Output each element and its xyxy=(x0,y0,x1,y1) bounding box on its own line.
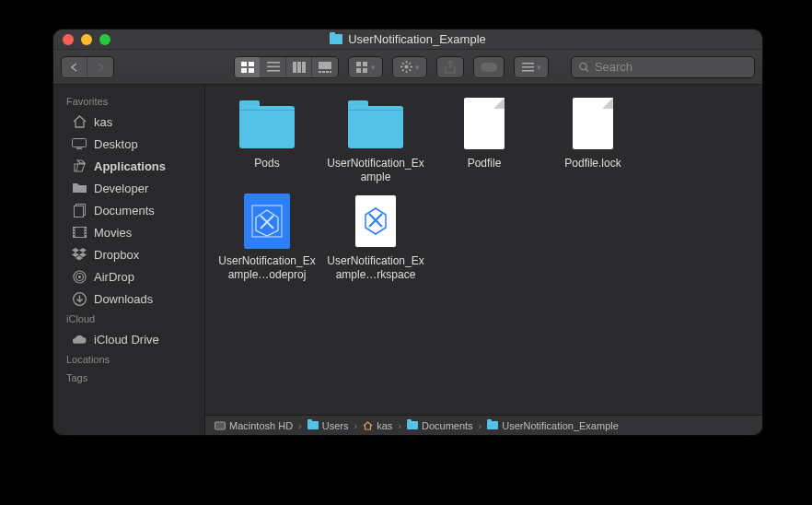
file-label: Podfile xyxy=(430,157,539,170)
sidebar-item-label: Movies xyxy=(94,226,132,240)
view-mode-buttons xyxy=(234,56,339,78)
action-button[interactable]: ▾ xyxy=(393,57,426,77)
svg-rect-35 xyxy=(76,148,82,150)
mini-folder xyxy=(487,421,498,429)
path-segment-label: Macintosh HD xyxy=(229,420,293,431)
icon-grid[interactable]: PodsUserNotification_ExamplePodfilePodfi… xyxy=(205,85,762,415)
downloads-icon xyxy=(72,291,87,306)
svg-line-25 xyxy=(409,69,411,71)
file-label: UserNotification_Example xyxy=(321,157,430,184)
nav-buttons xyxy=(61,56,114,78)
svg-rect-28 xyxy=(481,63,497,72)
minimize-button[interactable] xyxy=(81,34,92,45)
share-button[interactable] xyxy=(437,57,463,77)
file-item[interactable]: UserNotification_Example…rkspace xyxy=(321,192,430,282)
path-segment[interactable]: Users xyxy=(307,420,349,431)
svg-rect-18 xyxy=(363,68,367,73)
file-item[interactable]: Podfile xyxy=(430,94,539,184)
svg-rect-30 xyxy=(522,66,534,68)
svg-rect-14 xyxy=(330,71,331,73)
svg-rect-44 xyxy=(85,229,87,229)
svg-rect-5 xyxy=(267,66,280,68)
file-label: UserNotification_Example…rkspace xyxy=(321,254,430,282)
cloud-icon xyxy=(72,332,87,346)
svg-rect-7 xyxy=(293,62,296,73)
sidebar-item-airdrop[interactable]: AirDrop xyxy=(53,265,204,288)
sidebar-section-header: Locations xyxy=(53,350,204,369)
folder-icon xyxy=(346,94,405,153)
sidebar-item-downloads[interactable]: Downloads xyxy=(53,288,204,310)
svg-rect-16 xyxy=(363,62,367,66)
sidebar-item-label: Dropbox xyxy=(94,248,139,262)
sidebar-item-dropbox[interactable]: Dropbox xyxy=(53,243,204,265)
svg-rect-6 xyxy=(267,70,280,72)
window-title: UserNotification_Example xyxy=(330,32,486,46)
maximize-button[interactable] xyxy=(99,34,110,45)
sidebar-item-documents[interactable]: Documents xyxy=(53,199,204,221)
svg-rect-43 xyxy=(73,234,75,235)
doc-icon xyxy=(455,94,514,153)
xcworkspace-icon xyxy=(346,192,405,251)
toolbar: ▾ ▾ ▾ xyxy=(53,50,762,85)
apps-icon xyxy=(72,159,87,173)
arrange-button[interactable]: ▾ xyxy=(349,57,382,77)
svg-line-33 xyxy=(586,68,588,71)
sidebar-item-label: Desktop xyxy=(94,137,138,151)
sidebar-item-icloud-drive[interactable]: iCloud Drive xyxy=(53,328,204,350)
svg-point-32 xyxy=(580,63,586,69)
sidebar-item-label: Documents xyxy=(94,204,155,217)
search-field[interactable] xyxy=(571,56,755,78)
path-segment[interactable]: Macintosh HD xyxy=(215,420,293,431)
column-view-button[interactable] xyxy=(286,57,312,77)
svg-rect-45 xyxy=(85,231,87,232)
sidebar-item-kas[interactable]: kas xyxy=(53,111,204,133)
svg-rect-37 xyxy=(74,206,83,217)
forward-button[interactable] xyxy=(87,57,113,77)
path-segment[interactable]: UserNotification_Example xyxy=(487,420,619,431)
sidebar-item-movies[interactable]: Movies xyxy=(53,221,204,243)
path-segment-label: Users xyxy=(322,420,349,431)
file-item[interactable]: Podfile.lock xyxy=(539,94,647,184)
tags-button[interactable] xyxy=(474,57,504,77)
folder-icon xyxy=(330,34,342,44)
file-item[interactable]: UserNotification_Example…odeproj xyxy=(213,192,321,282)
back-button[interactable] xyxy=(62,57,87,77)
traffic-lights xyxy=(63,34,110,45)
mini-folder xyxy=(307,421,319,429)
home-mini-icon xyxy=(363,421,373,430)
sidebar-item-desktop[interactable]: Desktop xyxy=(53,133,204,155)
icon-view-button[interactable] xyxy=(235,57,261,77)
list-view-button[interactable] xyxy=(261,57,286,77)
dropdown-button[interactable]: ▾ xyxy=(515,57,548,77)
sidebar-section-header: iCloud xyxy=(53,310,204,328)
close-button[interactable] xyxy=(63,34,74,45)
sidebar-item-applications[interactable]: Applications xyxy=(53,155,204,177)
path-segment[interactable]: Documents xyxy=(407,420,473,431)
svg-rect-38 xyxy=(73,228,86,238)
file-item[interactable]: Pods xyxy=(213,94,321,184)
svg-rect-15 xyxy=(356,62,361,66)
tags-button-group xyxy=(473,56,505,78)
file-label: Podfile.lock xyxy=(539,157,647,170)
svg-rect-8 xyxy=(297,62,301,73)
folder-icon xyxy=(72,181,87,195)
sidebar-item-label: kas xyxy=(94,115,112,129)
svg-rect-52 xyxy=(215,422,226,429)
path-segment-label: Documents xyxy=(422,420,473,431)
chevron-right-icon: › xyxy=(479,420,482,431)
gallery-view-button[interactable] xyxy=(312,57,338,77)
svg-point-49 xyxy=(78,276,81,278)
path-segment[interactable]: kas xyxy=(363,420,392,431)
finder-window: UserNotification_Example xyxy=(53,29,762,435)
sidebar-item-developer[interactable]: Developer xyxy=(53,177,204,199)
svg-line-26 xyxy=(409,63,411,65)
svg-rect-13 xyxy=(326,71,329,73)
search-icon xyxy=(579,62,589,73)
file-item[interactable]: UserNotification_Example xyxy=(321,94,430,184)
movies-icon xyxy=(72,225,87,240)
search-input[interactable] xyxy=(595,60,747,74)
doc-icon xyxy=(563,94,622,153)
dropbox-icon xyxy=(72,247,87,262)
sidebar-item-label: Downloads xyxy=(94,292,153,306)
titlebar: UserNotification_Example xyxy=(53,29,762,50)
